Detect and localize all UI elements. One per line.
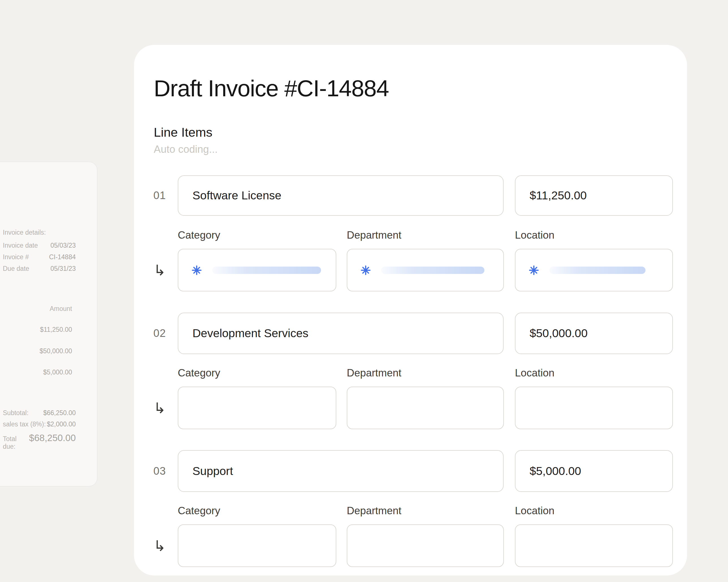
invoice-date-row: Invoice date 05/03/23 <box>3 242 76 249</box>
indent-arrow-icon-2: ↳ <box>147 387 173 429</box>
due-date-value: 05/31/23 <box>50 265 76 273</box>
sales-tax-row: sales tax (8%): $2,000.00 <box>3 420 76 428</box>
category-label-3: Category <box>178 505 220 517</box>
line-items-heading: Line Items <box>154 125 212 140</box>
amount-field-3[interactable]: $5,000.00 <box>515 450 673 492</box>
description-field-2[interactable]: Development Services <box>178 313 503 354</box>
location-label-3: Location <box>515 505 554 517</box>
category-field-1[interactable] <box>178 249 336 292</box>
ai-spark-icon <box>528 265 539 276</box>
amount-field-1[interactable]: $11,250.00 <box>515 175 673 216</box>
total-due-row: Total due: $68,250.00 <box>3 433 76 450</box>
department-label-1: Department <box>347 229 401 241</box>
line-item-number-1: 01 <box>147 175 173 216</box>
category-field-3[interactable] <box>178 524 336 567</box>
summary-amount-2: $50,000.00 <box>40 347 72 355</box>
location-field-3[interactable] <box>515 524 673 567</box>
subtotal-label: Subtotal: <box>3 409 29 417</box>
category-label-2: Category <box>178 367 220 379</box>
location-label-2: Location <box>515 367 554 379</box>
invoice-date-value: 05/03/23 <box>50 242 76 249</box>
category-label-1: Category <box>178 229 220 241</box>
category-field-2[interactable] <box>178 387 336 429</box>
page-title: Draft Invoice #CI-14884 <box>154 75 389 102</box>
loading-shimmer <box>212 267 321 274</box>
subtotal-row: Subtotal: $66,250.00 <box>3 409 76 417</box>
department-field-1[interactable] <box>347 249 504 292</box>
description-field-3[interactable]: Support <box>178 450 503 492</box>
line-item-number-3: 03 <box>147 450 173 492</box>
draft-invoice-card <box>134 45 687 576</box>
location-label-1: Location <box>515 229 554 241</box>
department-field-2[interactable] <box>347 387 504 429</box>
summary-amount-3: $5,000.00 <box>43 368 72 376</box>
total-due-label: Total due: <box>3 435 29 450</box>
invoice-details-heading: Invoice details: <box>3 229 46 237</box>
location-field-2[interactable] <box>515 387 673 429</box>
invoice-number-row: Invoice # CI-14884 <box>3 253 76 261</box>
indent-arrow-icon-3: ↳ <box>147 524 173 567</box>
invoice-number-label: Invoice # <box>3 253 29 261</box>
department-label-2: Department <box>347 367 401 379</box>
subtotal-value: $66,250.00 <box>43 409 76 417</box>
invoice-date-label: Invoice date <box>3 242 38 249</box>
invoice-number-value: CI-14884 <box>49 253 76 261</box>
due-date-label: Due date <box>3 265 29 273</box>
invoice-summary-panel: Invoice details: Invoice date 05/03/23 I… <box>0 162 98 487</box>
sales-tax-label: sales tax (8%): <box>3 420 46 428</box>
amount-column-heading: Amount <box>50 305 72 313</box>
amount-value-1: $11,250.00 <box>529 189 587 202</box>
summary-amount-1: $11,250.00 <box>40 326 72 333</box>
amount-value-3: $5,000.00 <box>529 465 581 478</box>
ai-spark-icon <box>191 265 202 276</box>
ai-spark-icon <box>360 265 371 276</box>
description-field-1[interactable]: Software License <box>178 175 503 216</box>
auto-coding-status: Auto coding... <box>154 143 217 155</box>
due-date-row: Due date 05/31/23 <box>3 265 76 273</box>
total-due-value: $68,250.00 <box>29 433 76 443</box>
department-field-3[interactable] <box>347 524 504 567</box>
line-item-number-2: 02 <box>147 313 173 354</box>
loading-shimmer <box>549 267 646 274</box>
description-value-3: Support <box>192 465 233 478</box>
department-label-3: Department <box>347 505 401 517</box>
description-value-1: Software License <box>192 189 282 202</box>
amount-value-2: $50,000.00 <box>529 327 588 340</box>
description-value-2: Development Services <box>192 327 308 340</box>
amount-field-2[interactable]: $50,000.00 <box>515 313 673 354</box>
location-field-1[interactable] <box>515 249 673 292</box>
sales-tax-value: $2,000.00 <box>47 420 76 428</box>
loading-shimmer <box>381 267 485 274</box>
indent-arrow-icon-1: ↳ <box>147 249 173 292</box>
